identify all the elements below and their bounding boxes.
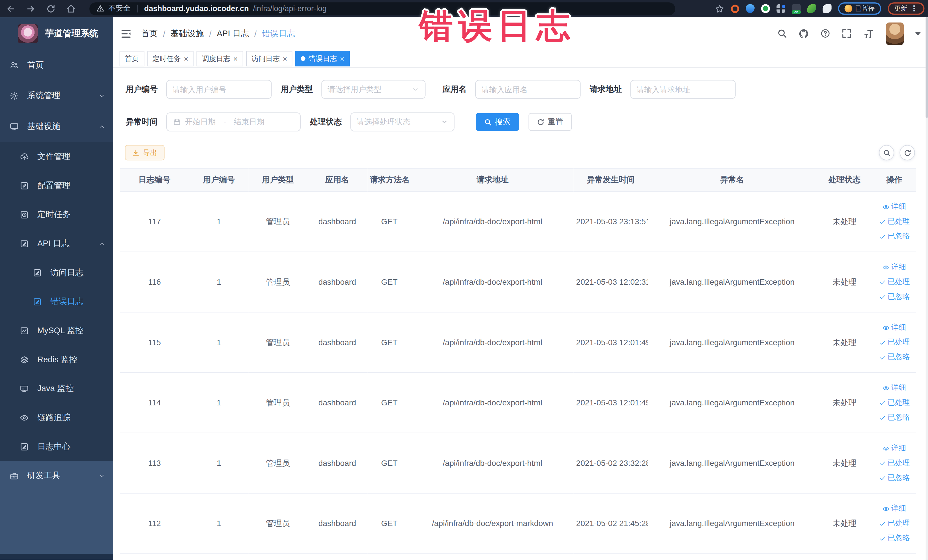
extension-leaf-icon[interactable] [807, 4, 816, 13]
sidebar-item-error-log[interactable]: 错误日志 [0, 287, 113, 316]
action-已忽略[interactable]: 已忽略 [879, 352, 910, 362]
user-id-input[interactable] [166, 80, 271, 99]
search-button[interactable]: 搜索 [476, 113, 519, 131]
cell-url: /api/infra/db-doc/export-html [411, 252, 574, 312]
breadcrumb-item[interactable]: 首页 [141, 28, 158, 39]
people-icon [9, 61, 19, 70]
sidebar-item-access-log[interactable]: 访问日志 [0, 258, 113, 287]
font-size-icon[interactable] [863, 29, 875, 38]
breadcrumb-item[interactable]: API 日志 [217, 28, 249, 39]
sidebar-item-config-management[interactable]: 配置管理 [0, 171, 113, 200]
home-icon[interactable] [66, 4, 76, 13]
reload-icon[interactable] [46, 4, 56, 13]
breadcrumb-item[interactable]: 基础设施 [171, 28, 204, 39]
tab-错误日志[interactable]: 错误日志× [296, 51, 350, 66]
extension-blue-shield-icon[interactable] [746, 4, 754, 13]
github-icon[interactable] [798, 28, 809, 39]
action-已处理[interactable]: 已处理 [879, 458, 910, 468]
extension-puzzle-icon[interactable] [823, 4, 832, 13]
action-已忽略[interactable]: 已忽略 [879, 292, 910, 302]
sidebar-item-dev-tools[interactable]: 研发工具 [0, 461, 113, 491]
scrollbar-thumb[interactable] [926, 17, 928, 118]
cell-time: 2021-05-03 12:02:31 [574, 252, 648, 312]
extension-grid-icon[interactable] [777, 4, 785, 13]
action-已忽略[interactable]: 已忽略 [879, 533, 910, 543]
tab-访问日志[interactable]: 访问日志× [246, 51, 292, 66]
hamburger-icon[interactable] [120, 27, 131, 39]
page-scrollbar[interactable] [926, 17, 928, 560]
cell-user_id: 1 [189, 433, 249, 493]
action-详细[interactable]: 详细 [882, 383, 906, 393]
user-avatar[interactable] [886, 22, 904, 45]
date-separator: - [223, 117, 226, 127]
status-select[interactable]: 请选择处理状态 [350, 112, 454, 131]
column-header: 异常名 [648, 168, 817, 191]
date-range-input[interactable]: 开始日期 - 结束日期 [166, 112, 301, 131]
toggle-search-button[interactable] [879, 145, 894, 160]
bookmark-star-icon[interactable] [715, 4, 724, 13]
refresh-table-button[interactable] [899, 145, 915, 160]
extension-on-badge-icon[interactable]: on [792, 4, 801, 13]
search-icon[interactable] [777, 29, 787, 38]
reset-button[interactable]: 重置 [528, 113, 571, 131]
eye-icon [882, 384, 890, 391]
sidebar-item-api-log[interactable]: API 日志 [0, 229, 113, 258]
close-icon[interactable]: × [340, 55, 344, 63]
sidebar-item-system-management[interactable]: 系统管理 [0, 81, 113, 111]
sidebar-item-mysql-monitor[interactable]: MySQL 监控 [0, 316, 113, 345]
sidebar-logo[interactable]: 芋道管理系统 [0, 17, 113, 50]
action-详细[interactable]: 详细 [882, 323, 906, 333]
date-end-placeholder[interactable]: 结束日期 [234, 117, 264, 127]
back-icon[interactable] [6, 4, 15, 13]
action-详细[interactable]: 详细 [882, 202, 906, 212]
sidebar-item-scheduled-tasks[interactable]: 定时任务 [0, 200, 113, 229]
close-icon[interactable]: × [234, 55, 238, 63]
user-type-select[interactable]: 请选择用户类型 [321, 80, 425, 99]
sidebar-item-java-monitor[interactable]: Java 监控 [0, 374, 113, 403]
action-已处理[interactable]: 已处理 [879, 217, 910, 226]
extension-orange-icon[interactable] [731, 5, 739, 13]
sidebar-item-redis-monitor[interactable]: Redis 监控 [0, 345, 113, 374]
tab-定时任务[interactable]: 定时任务× [147, 51, 194, 66]
action-已忽略[interactable]: 已忽略 [879, 473, 910, 483]
action-已处理[interactable]: 已处理 [879, 337, 910, 348]
fullscreen-icon[interactable] [841, 29, 852, 38]
action-已处理[interactable]: 已处理 [879, 518, 910, 528]
action-详细[interactable]: 详细 [882, 443, 906, 453]
request-url-input[interactable] [630, 80, 735, 99]
action-label: 详细 [891, 202, 906, 212]
app-name-input[interactable] [475, 80, 580, 99]
filter-row-1: 用户编号用户类型请选择用户类型应用名请求地址 [125, 80, 916, 99]
action-已忽略[interactable]: 已忽略 [879, 231, 910, 241]
action-已处理[interactable]: 已处理 [879, 277, 910, 287]
sidebar-item-home[interactable]: 首页 [0, 50, 113, 81]
cell-time: 2021-05-02 23:32:28 [574, 433, 648, 493]
sidebar-item-file-management[interactable]: 文件管理 [0, 142, 113, 171]
edit-icon [20, 181, 29, 190]
help-icon[interactable] [820, 29, 830, 38]
extension-paused-badge[interactable]: 已暂停 [838, 2, 881, 15]
action-详细[interactable]: 详细 [882, 262, 906, 272]
forward-icon[interactable] [26, 4, 35, 13]
action-详细[interactable]: 详细 [882, 504, 906, 514]
sidebar-item-log-center[interactable]: 日志中心 [0, 432, 113, 461]
sidebar-item-label: 配置管理 [37, 180, 70, 191]
tab-首页[interactable]: 首页 [119, 51, 144, 66]
browser-update-button[interactable]: 更新 ⋮ [888, 2, 925, 15]
close-icon[interactable]: × [184, 55, 188, 63]
action-已忽略[interactable]: 已忽略 [879, 412, 910, 423]
cell-status: 未处理 [817, 312, 872, 372]
security-label[interactable]: 不安全 [108, 3, 131, 14]
chevron-down-icon[interactable] [915, 32, 921, 35]
browser-menu-icon[interactable]: ⋮ [910, 5, 918, 12]
action-已处理[interactable]: 已处理 [879, 398, 910, 407]
date-start-placeholder[interactable]: 开始日期 [185, 117, 216, 127]
address-bar[interactable]: 不安全 dashboard.yudao.iocoder.cn /infra/lo… [89, 2, 675, 15]
sidebar-item-infrastructure[interactable]: 基础设施 [0, 111, 113, 142]
tab-调度日志[interactable]: 调度日志× [197, 51, 243, 66]
export-button[interactable]: 导出 [125, 145, 164, 160]
extension-green-circle-icon[interactable] [761, 4, 770, 13]
action-label: 已处理 [887, 217, 910, 226]
close-icon[interactable]: × [283, 55, 287, 63]
sidebar-item-trace[interactable]: 链路追踪 [0, 403, 113, 432]
